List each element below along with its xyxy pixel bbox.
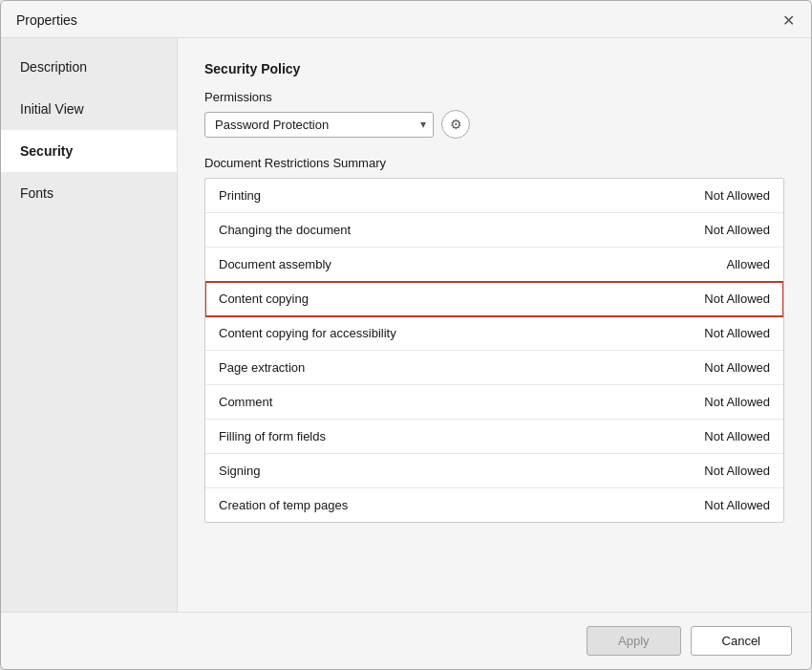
footer: Apply Cancel	[1, 612, 811, 669]
main-content: Security Policy Permissions Password Pro…	[178, 38, 811, 612]
sidebar-item-fonts[interactable]: Fonts	[1, 172, 177, 214]
restriction-row-temp-pages: Creation of temp pages Not Allowed	[205, 488, 783, 522]
restrictions-table: Printing Not Allowed Changing the docume…	[204, 178, 784, 523]
sidebar-item-security[interactable]: Security	[1, 130, 177, 172]
restriction-row-printing: Printing Not Allowed	[205, 179, 783, 213]
section-title: Security Policy	[204, 61, 784, 76]
close-button[interactable]: ✕	[779, 11, 798, 30]
restriction-row-content-copying-accessibility: Content copying for accessibility Not Al…	[205, 316, 783, 351]
sidebar-item-initial-view[interactable]: Initial View	[1, 88, 177, 130]
restriction-row-changing: Changing the document Not Allowed	[205, 213, 783, 248]
restriction-row-signing: Signing Not Allowed	[205, 454, 783, 488]
restrictions-title: Document Restrictions Summary	[204, 156, 784, 170]
restriction-row-form-fields: Filling of form fields Not Allowed	[205, 420, 783, 454]
sidebar: Description Initial View Security Fonts	[1, 38, 178, 612]
gear-icon: ⚙	[450, 117, 462, 132]
restriction-row-content-copying: Content copying Not Allowed	[205, 282, 783, 316]
permissions-dropdown-wrapper: Password Protection ▾	[204, 112, 434, 138]
permissions-row: Password Protection ▾ ⚙	[204, 110, 784, 139]
dialog-body: Description Initial View Security Fonts …	[1, 38, 811, 612]
properties-dialog: Properties ✕ Description Initial View Se…	[0, 0, 812, 670]
cancel-button[interactable]: Cancel	[691, 626, 792, 656]
restriction-row-comment: Comment Not Allowed	[205, 385, 783, 420]
settings-icon-button[interactable]: ⚙	[441, 110, 470, 139]
sidebar-item-description[interactable]: Description	[1, 46, 177, 88]
restriction-row-page-extraction: Page extraction Not Allowed	[205, 351, 783, 385]
dialog-title: Properties	[16, 12, 77, 28]
permissions-dropdown[interactable]: Password Protection	[204, 112, 434, 138]
restriction-row-assembly: Document assembly Allowed	[205, 248, 783, 282]
title-bar: Properties ✕	[1, 1, 811, 38]
apply-button[interactable]: Apply	[587, 626, 681, 656]
permissions-label: Permissions	[204, 90, 784, 104]
